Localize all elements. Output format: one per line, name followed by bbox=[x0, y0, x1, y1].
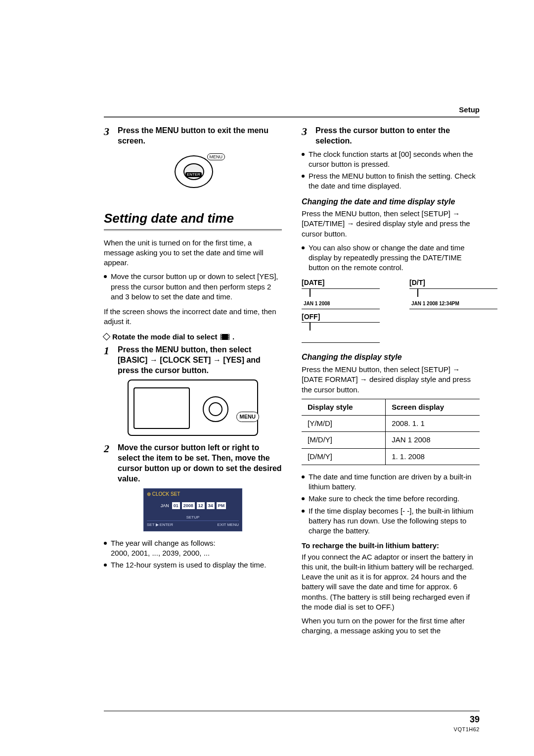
top-rule bbox=[104, 116, 480, 118]
clock-set-title: ⊕ CLOCK SET bbox=[147, 491, 239, 498]
list-item: If the time display becomes [- -], the b… bbox=[302, 506, 480, 536]
td: 2008. 1. 1 bbox=[386, 416, 480, 432]
cs-cell: 01 bbox=[172, 502, 180, 509]
intro-bullets: Move the cursor button up or down to sel… bbox=[104, 272, 282, 302]
two-column-layout: 3 Press the MENU button to exit the menu… bbox=[104, 124, 480, 640]
th-display-style: Display style bbox=[302, 399, 386, 415]
intro-paragraph: When the unit is turned on for the first… bbox=[104, 238, 282, 268]
table-header-row: Display style Screen display bbox=[302, 399, 480, 415]
off-row: [OFF] bbox=[302, 312, 480, 343]
clock-set-screen: ⊕ CLOCK SET JAN 01 2008 12 34 PM SETUP S… bbox=[104, 488, 282, 531]
th-screen-display: Screen display bbox=[386, 399, 480, 415]
bottom-rule bbox=[104, 710, 480, 711]
list-item: The date and time function are driven by… bbox=[302, 472, 480, 492]
adjust-note: If the screen shows the incorrect date a… bbox=[104, 307, 282, 327]
dt-example-box: JAN 1 2008 12:34PM bbox=[409, 288, 497, 309]
table-row: [D/M/Y] 1. 1. 2008 bbox=[302, 448, 480, 465]
date-time-examples: [DATE] JAN 1 2008 [D/T] JAN 1 2008 12:34… bbox=[302, 278, 480, 309]
td: [D/M/Y] bbox=[302, 448, 386, 465]
rotate-mode-dial: Rotate the mode dial to select . bbox=[104, 332, 282, 342]
heading-rule bbox=[104, 229, 282, 231]
camera-illustration: MENU bbox=[104, 379, 282, 436]
display-style-table: Display style Screen display [Y/M/D] 200… bbox=[302, 399, 480, 465]
section-label: Setup bbox=[459, 105, 480, 115]
subhead-changing-dt-style: Changing the date and time display style bbox=[302, 196, 480, 207]
diamond-icon bbox=[103, 332, 111, 340]
list-item: Move the cursor button up or down to sel… bbox=[104, 272, 282, 302]
step3-bullets: The clock function starts at [00] second… bbox=[302, 149, 480, 191]
recharge-body: If you connect the AC adaptor or insert … bbox=[302, 552, 480, 613]
changing-dt-bullet: You can also show or change the date and… bbox=[302, 243, 480, 273]
cs-cell: JAN bbox=[160, 502, 170, 509]
battery-notes: The date and time function are driven by… bbox=[302, 472, 480, 536]
left-column: 3 Press the MENU button to exit the menu… bbox=[104, 124, 282, 640]
enter-tag-icon: ENTER bbox=[185, 172, 202, 178]
off-label: [OFF] bbox=[302, 312, 480, 322]
dt-example-value: JAN 1 2008 12:34PM bbox=[411, 300, 459, 307]
right-column: 3 Press the cursor button to enter the s… bbox=[302, 124, 480, 640]
step-2: 2 Move the cursor button left or right t… bbox=[104, 443, 282, 484]
step-3-exit-menu: 3 Press the MENU button to exit the menu… bbox=[104, 126, 282, 146]
date-label: [DATE] bbox=[302, 278, 380, 287]
td: [M/D/Y] bbox=[302, 432, 386, 448]
menu-tag-icon: MENU bbox=[207, 153, 225, 160]
list-item: You can also show or change the date and… bbox=[302, 243, 480, 273]
list-item: Make sure to check the time before recor… bbox=[302, 494, 480, 504]
doc-id: VQT1H62 bbox=[454, 726, 480, 733]
cs-cell: 12 bbox=[197, 502, 205, 509]
cs-cell: PM bbox=[217, 502, 226, 509]
menu-button-illustration: MENU ENTER bbox=[104, 150, 282, 195]
step-number: 3 bbox=[302, 126, 311, 138]
list-item: The year will change as follows: 2000, 2… bbox=[104, 538, 282, 559]
td: 1. 1. 2008 bbox=[386, 448, 480, 465]
changing-display-body: Press the MENU button, then select [SETU… bbox=[302, 365, 480, 395]
dt-label: [D/T] bbox=[409, 278, 497, 287]
list-item: Press the MENU button to finish the sett… bbox=[302, 171, 480, 191]
step-1: 1 Press the MENU button, then select [BA… bbox=[104, 345, 282, 376]
step-number: 2 bbox=[104, 443, 113, 455]
cs-exit: EXIT MENU bbox=[218, 522, 239, 528]
cs-set-enter: SET ▶ ENTER bbox=[147, 522, 173, 528]
cs-setup: SETUP bbox=[147, 515, 239, 520]
video-mode-icon bbox=[221, 334, 229, 340]
subhead-changing-display-style: Changing the display style bbox=[302, 352, 480, 363]
heading-setting-date-time: Setting date and time bbox=[104, 210, 282, 227]
rotate-text: Rotate the mode dial to select bbox=[112, 332, 218, 341]
table-row: [Y/M/D] 2008. 1. 1 bbox=[302, 416, 480, 432]
date-example-value: JAN 1 2008 bbox=[304, 300, 330, 307]
list-item: The clock function starts at [00] second… bbox=[302, 149, 480, 170]
cs-cell: 2008 bbox=[182, 502, 195, 509]
step-text: Press the cursor button to enter the sel… bbox=[315, 126, 480, 146]
year-notes: The year will change as follows: 2000, 2… bbox=[104, 538, 282, 570]
td: JAN 1 2008 bbox=[386, 432, 480, 448]
recharge-body-2: When you turn on the power for the first… bbox=[302, 616, 480, 636]
table-row: [M/D/Y] JAN 1 2008 bbox=[302, 432, 480, 448]
step-3-enter-selection: 3 Press the cursor button to enter the s… bbox=[302, 126, 480, 146]
manual-page: Setup 3 Press the MENU button to exit th… bbox=[0, 0, 534, 756]
menu-callout-icon: MENU bbox=[236, 412, 259, 422]
off-example-box bbox=[302, 322, 380, 343]
step-text: Press the MENU button, then select [BASI… bbox=[118, 345, 282, 376]
period: . bbox=[230, 332, 234, 341]
step-text: Move the cursor button left or right to … bbox=[118, 443, 282, 484]
list-item: The 12-hour system is used to display th… bbox=[104, 560, 282, 570]
cs-cell: 34 bbox=[207, 502, 215, 509]
step-number: 1 bbox=[104, 345, 113, 357]
step-text: Press the MENU button to exit the menu s… bbox=[118, 126, 282, 146]
page-number: 39 bbox=[470, 713, 480, 725]
recharge-title: To recharge the built-in lithium battery… bbox=[302, 541, 480, 551]
date-example-box: JAN 1 2008 bbox=[302, 288, 380, 309]
step-number: 3 bbox=[104, 126, 113, 138]
td: [Y/M/D] bbox=[302, 416, 386, 432]
changing-dt-body: Press the MENU button, then select [SETU… bbox=[302, 209, 480, 239]
